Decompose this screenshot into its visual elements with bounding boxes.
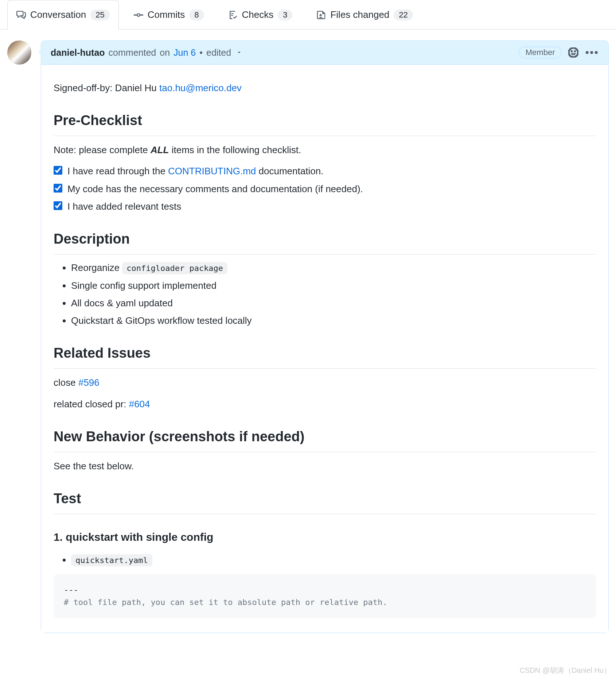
tab-commits[interactable]: Commits 8 [125, 0, 213, 29]
tab-conversation-label: Conversation [30, 9, 86, 20]
svg-point-0 [571, 51, 573, 52]
pr-link[interactable]: #604 [129, 399, 150, 410]
task-item: My code has the necessary comments and d… [54, 182, 596, 196]
svg-point-2 [569, 48, 578, 57]
edited-label[interactable]: edited [206, 47, 231, 58]
task-list: I have read through the CONTRIBUTING.md … [54, 164, 596, 214]
task-item: I have added relevant tests [54, 199, 596, 214]
git-commit-icon [134, 10, 143, 20]
tab-files-count: 22 [394, 9, 413, 20]
heading-pre-checklist: Pre-Checklist [54, 110, 596, 136]
contributing-link[interactable]: CONTRIBUTING.md [168, 166, 256, 176]
comment-author-link[interactable]: daniel-hutao [51, 47, 105, 58]
new-behavior-text: See the test below. [54, 459, 596, 473]
task-checkbox[interactable] [54, 184, 62, 193]
tab-commits-label: Commits [148, 9, 185, 20]
issue-link[interactable]: #596 [78, 377, 100, 388]
tab-checks[interactable]: Checks 3 [219, 0, 302, 29]
list-item: quickstart.yaml [71, 552, 596, 567]
task-checkbox[interactable] [54, 201, 62, 210]
comment-body: Signed-off-by: Daniel Hu tao.hu@merico.d… [41, 65, 608, 633]
tab-files-label: Files changed [330, 9, 389, 20]
file-diff-icon [316, 10, 326, 20]
inline-code: configloader package [122, 262, 227, 274]
description-list: Reorganize configloader package Single c… [54, 260, 596, 328]
code-block: --- # tool file path, you can set it to … [54, 574, 596, 618]
checklist-icon [228, 10, 238, 20]
tab-checks-label: Checks [242, 9, 274, 20]
comment-action: commented [109, 47, 156, 58]
tab-commits-count: 8 [189, 9, 204, 20]
heading-description: Description [54, 228, 596, 255]
heading-related-issues: Related Issues [54, 342, 596, 369]
test-file-list: quickstart.yaml [54, 552, 596, 567]
task-checkbox[interactable] [54, 166, 62, 175]
heading-new-behavior: New Behavior (screenshots if needed) [54, 426, 596, 452]
close-issue-line: close #596 [54, 375, 596, 390]
tab-conversation[interactable]: Conversation 25 [7, 0, 119, 30]
related-pr-line: related closed pr: #604 [54, 397, 596, 411]
list-item: Quickstart & GitOps workflow tested loca… [71, 313, 596, 328]
pr-tabs: Conversation 25 Commits 8 Checks 3 Files… [0, 0, 616, 30]
test-subheading: 1. quickstart with single config [54, 529, 596, 546]
list-item: Reorganize configloader package [71, 260, 596, 275]
comment-header: daniel-hutao commented on Jun 6 • edited… [41, 41, 608, 65]
comment-discussion-icon [16, 10, 26, 20]
list-item: Single config support implemented [71, 278, 596, 293]
kebab-menu-icon[interactable]: ••• [585, 47, 599, 58]
member-badge: Member [519, 47, 562, 58]
signed-off-line: Signed-off-by: Daniel Hu tao.hu@merico.d… [54, 81, 596, 95]
author-avatar[interactable] [7, 40, 31, 65]
svg-point-1 [574, 51, 576, 52]
inline-code: quickstart.yaml [71, 554, 152, 566]
tab-checks-count: 3 [278, 9, 292, 20]
comment-time-prefix: on [160, 47, 170, 58]
task-item: I have read through the CONTRIBUTING.md … [54, 164, 596, 178]
dot-separator: • [199, 47, 203, 58]
heading-test: Test [54, 488, 596, 514]
chevron-down-icon[interactable] [236, 50, 242, 55]
signed-email-link[interactable]: tao.hu@merico.dev [159, 82, 242, 93]
list-item: All docs & yaml updated [71, 296, 596, 310]
comment-box: daniel-hutao commented on Jun 6 • edited… [41, 40, 609, 633]
checklist-note: Note: please complete ALL items in the f… [54, 143, 596, 157]
tab-conversation-count: 25 [90, 9, 109, 20]
tab-files[interactable]: Files changed 22 [307, 0, 422, 29]
emoji-icon[interactable] [568, 47, 578, 58]
comment-timestamp[interactable]: Jun 6 [174, 47, 196, 58]
